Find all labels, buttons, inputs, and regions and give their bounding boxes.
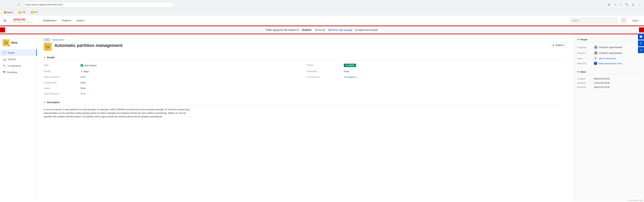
login-button[interactable]: Log In [630,18,641,23]
project-badge [8,44,10,47]
maven-icon [4,11,6,14]
right-panel: ▼ People Assignee: 👤 Prasanth Jayachandr… [574,34,644,201]
url-bar[interactable]: issues.apache.org/jira/browse/HIVE-20707 [23,2,174,8]
breadcrumb-project-link[interactable]: Hive [44,38,50,41]
updated-label: Updated: [577,82,594,84]
breadcrumb-issue-id: HIVE-20707 [53,39,64,41]
menu-icon[interactable]: ⋮ [636,2,641,7]
watch-link[interactable]: Start watching this issue [598,62,622,65]
status-label: Status: [307,63,340,68]
details-section-header[interactable]: ▼ Details [44,55,567,60]
alert-text-after: to request an account. [355,29,378,31]
forward-button[interactable]: → [10,2,14,7]
floating-note-button[interactable]: ✏ [638,47,644,53]
sidebar-item-roadmap[interactable]: 🗺 Roadmap [0,69,37,75]
sidebar-item-reports-label: Reports [8,58,16,61]
app-grid-icon[interactable]: ⊞ [3,19,6,23]
extension-icon[interactable]: 🔧 [624,2,629,7]
search-input[interactable]: Search [570,18,617,23]
description-toggle-icon: ▼ [44,101,46,104]
main-container: 🐝 Hive 📋 Issues 📊 Reports 🔧 Components 🗺… [0,34,644,201]
translate-icon[interactable]: ⊞ [606,2,611,7]
target-version-value: 4.0.0 [80,92,304,96]
nav-dashboards[interactable]: Dashboards ▾ [41,18,60,23]
details-section: ▼ Details Type: + New Feature Status: CL… [44,55,567,96]
bookmark-maven[interactable]: Maven [3,11,14,14]
people-section-header[interactable]: ▼ People [577,38,641,42]
target-version-label: Target Version/s: [44,92,77,96]
fix-version-link[interactable]: 4.0.0-alpha-1 [344,76,357,78]
back-button[interactable]: ← [3,2,8,7]
dates-toggle-icon: ▼ [577,71,579,73]
description-section-header[interactable]: ▼ Description [44,100,567,105]
issues-dropdown-icon: ▾ [84,20,85,21]
dashboards-dropdown-icon: ▾ [56,20,57,21]
export-lock-icon: 🔒 [552,44,555,46]
browser-right-icons: ⊞ ↗ ☆ 🔧 ⊡ ⋮ [606,2,641,7]
reload-button[interactable]: ↺ [16,2,21,7]
nav-projects-label: Projects [62,19,70,22]
people-toggle-icon: ▼ [577,38,579,41]
issue-title: Automatic partition management [54,43,122,48]
alert-right-decoration [639,27,644,33]
target-version-link[interactable]: 4.0.0 [80,92,86,95]
description-section: ▼ Description In current scenario, to ad… [44,100,567,118]
sidebar-item-components-label: Components [8,65,21,67]
reporter-value: 👤 Prasanth Jayachandran [594,51,622,55]
floating-copy-button[interactable]: C [638,40,644,46]
details-grid: Type: + New Feature Status: CLOSED Prior… [44,63,567,96]
votes-value: 0 Vote for this issue [594,57,616,60]
people-header-label: People [580,38,588,41]
export-label: Export [556,44,562,46]
updated-row: Updated: 17/Nov/22 08:55 [577,81,641,85]
details-header-label: Details [47,56,55,59]
sidebar-item-reports[interactable]: 📊 Reports [0,56,37,63]
dates-section-header[interactable]: ▼ Dates [577,71,641,75]
help-button[interactable]: ? [621,18,626,23]
sidebar-item-roadmap-label: Roadmap [7,71,17,74]
alert-text-before: Public signup for this instance is [266,29,299,31]
affects-versions-label: Affects Version/s: [44,75,77,79]
projects-dropdown-icon: ▾ [71,20,72,21]
assignee-avatar: 👤 [594,45,598,49]
assignee-label: Assignee: [577,46,594,49]
sidebar-item-components[interactable]: 🔧 Components [0,63,37,69]
floating-chat-button[interactable]: 💬 [638,34,644,40]
type-value-text: New Feature [84,64,97,67]
search-placeholder: Search [572,19,579,22]
status-badge: CLOSED [344,64,356,67]
bookmark-study[interactable]: 学习 [30,10,39,15]
profile-icon[interactable]: ⊡ [630,2,635,7]
vote-link[interactable]: Vote for this issue [598,57,616,60]
main-nav: Dashboards ▾ Projects ▾ Issues ▾ [41,18,87,23]
priority-value: ⬆ Major [80,69,304,73]
breadcrumb: Hive / HIVE-20707 [44,38,567,41]
breadcrumb-separator: / [51,39,52,41]
description-text: In current scenario, to add partitions f… [44,108,195,118]
star-icon[interactable]: ☆ [618,2,623,7]
nav-issues-label: Issues [77,19,84,22]
assignee-value: 👤 Prasanth Jayachandran [594,45,622,49]
affects-versions-value: 4.0.0 [80,75,304,79]
votes-count-badge: 0 [594,57,597,60]
resolved-row: Resolved: 29/Oct/18 22:08 [577,85,641,89]
floating-action-buttons: 💬 C ✏ [638,34,644,53]
type-label: Type: [44,63,77,68]
assignee-row: Assignee: 👤 Prasanth Jayachandran [577,44,641,50]
bookmarks-bar: Maven 工作 学习 [0,10,644,16]
sidebar-item-issues[interactable]: 📋 Issues [0,49,37,56]
bookmark-maven-label: Maven [7,11,13,14]
alert-signup-link[interactable]: Self serve sign up page [328,29,352,31]
alert-text-middle: . Go to our [314,29,325,31]
priority-label: Priority: [44,69,77,73]
bookmark-work[interactable]: 工作 [17,10,27,15]
reporter-label: Reporter: [577,52,594,54]
nav-projects[interactable]: Projects ▾ [60,18,74,23]
created-label: Created: [577,78,594,80]
type-new-feature-icon: + [80,64,83,67]
reports-icon: 📊 [3,58,6,61]
nav-issues[interactable]: Issues ▾ [75,18,87,23]
priority-icon: ⬆ [80,70,82,73]
screenshot-icon[interactable]: ↗ [612,2,617,7]
export-button[interactable]: 🔒 Export ▾ [550,43,567,48]
